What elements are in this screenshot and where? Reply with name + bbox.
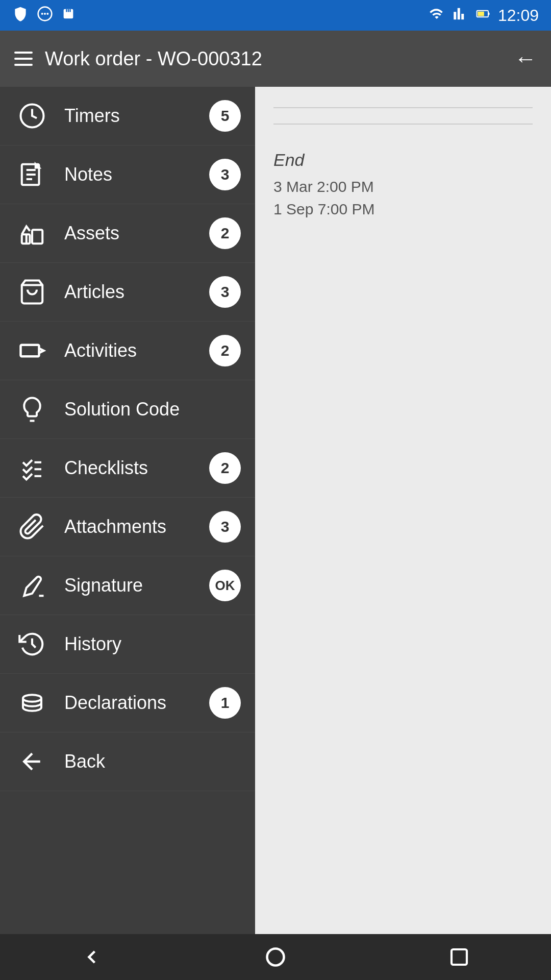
menu-item-attachments[interactable]: Attachments 3 (0, 498, 255, 556)
wifi-icon (428, 6, 446, 25)
shield-icon (12, 6, 29, 26)
menu-item-declarations[interactable]: Declarations 1 (0, 674, 255, 732)
svg-rect-10 (478, 11, 484, 16)
coins-icon (14, 689, 50, 717)
notes-badge: 3 (209, 159, 241, 190)
checklists-badge: 2 (209, 452, 241, 484)
svg-point-2 (44, 13, 46, 15)
notes-icon (14, 161, 50, 188)
back-icon (14, 748, 50, 775)
menu-item-solution-code[interactable]: Solution Code (0, 380, 255, 439)
menu-item-activities[interactable]: Activities 2 (0, 322, 255, 380)
menu-item-signature[interactable]: Signature OK (0, 556, 255, 615)
app-title: Work order - WO-000312 (45, 48, 502, 70)
assets-icon (14, 219, 50, 247)
battery-icon (475, 6, 491, 25)
timers-label: Timers (64, 105, 195, 127)
panel-end-section: End 3 Mar 2:00 PM 1 Sep 7:00 PM (273, 150, 533, 223)
menu-item-articles[interactable]: Articles 3 (0, 263, 255, 322)
status-time: 12:09 (498, 6, 539, 25)
right-panel: End 3 Mar 2:00 PM 1 Sep 7:00 PM (255, 87, 551, 934)
menu-item-timers[interactable]: Timers 5 (0, 87, 255, 145)
assets-badge: 2 (209, 217, 241, 249)
checklists-label: Checklists (64, 457, 195, 479)
activities-badge: 2 (209, 335, 241, 366)
lightbulb-icon (14, 396, 50, 423)
status-right-icons: 12:09 (428, 6, 539, 25)
panel-date-2: 1 Sep 7:00 PM (273, 201, 533, 218)
signature-badge: OK (209, 570, 241, 601)
menu-item-notes[interactable]: Notes 3 (0, 145, 255, 204)
articles-badge: 3 (209, 276, 241, 308)
svg-point-26 (267, 949, 284, 966)
checklist-icon (14, 454, 50, 482)
main-content: Timers 5 Notes 3 (0, 87, 551, 934)
paperclip-icon (14, 513, 50, 541)
attachments-badge: 3 (209, 511, 241, 543)
top-back-button[interactable]: ← (514, 46, 537, 71)
clock-icon (14, 102, 50, 130)
svg-point-3 (46, 13, 48, 15)
divider-1 (273, 107, 533, 108)
activities-label: Activities (64, 340, 195, 361)
history-label: History (64, 633, 241, 655)
app-bar: Work order - WO-000312 ← (0, 31, 551, 87)
timers-badge: 5 (209, 100, 241, 132)
svg-rect-27 (452, 949, 467, 965)
status-left-icons (12, 6, 76, 26)
status-bar: 12:09 (0, 0, 551, 31)
menu-item-assets[interactable]: Assets 2 (0, 204, 255, 263)
svg-rect-6 (68, 9, 69, 12)
hamburger-menu-button[interactable] (14, 52, 33, 66)
svg-rect-5 (66, 9, 67, 12)
svg-rect-7 (69, 9, 70, 12)
signal-icon (453, 6, 468, 25)
panel-date-1: 3 Mar 2:00 PM (273, 178, 533, 195)
circle-dots-icon (37, 6, 53, 26)
nav-home-button[interactable] (255, 937, 296, 977)
svg-point-25 (23, 695, 41, 702)
articles-label: Articles (64, 281, 195, 303)
svg-rect-17 (32, 230, 42, 243)
signature-icon (14, 572, 50, 599)
menu-item-history[interactable]: History (0, 615, 255, 674)
panel-end-title: End (273, 150, 533, 170)
declarations-badge: 1 (209, 687, 241, 719)
solution-code-label: Solution Code (64, 399, 241, 420)
signature-label: Signature (64, 575, 195, 596)
attachments-label: Attachments (64, 516, 195, 537)
bottom-nav (0, 934, 551, 980)
svg-rect-9 (488, 12, 490, 15)
menu-item-back[interactable]: Back (0, 732, 255, 791)
nav-back-button[interactable] (71, 937, 112, 977)
nav-square-button[interactable] (439, 937, 480, 977)
sd-card-icon (61, 6, 76, 26)
arrow-right-icon (14, 337, 50, 364)
cart-icon (14, 278, 50, 306)
divider-2 (273, 124, 533, 125)
side-menu: Timers 5 Notes 3 (0, 87, 255, 934)
assets-label: Assets (64, 223, 195, 244)
history-icon (14, 630, 50, 658)
menu-item-checklists[interactable]: Checklists 2 (0, 439, 255, 498)
notes-label: Notes (64, 164, 195, 185)
svg-point-1 (41, 13, 43, 15)
svg-rect-20 (21, 345, 39, 357)
declarations-label: Declarations (64, 692, 195, 714)
back-label: Back (64, 751, 241, 772)
